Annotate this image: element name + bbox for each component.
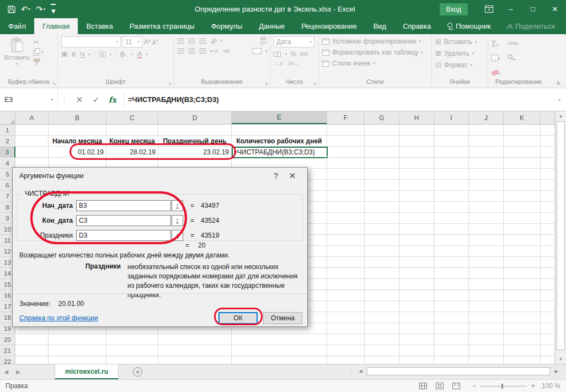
percent-style-icon[interactable]: % bbox=[291, 50, 297, 58]
scroll-left-icon[interactable]: ◀ bbox=[356, 367, 365, 376]
font-color-icon[interactable]: А bbox=[137, 51, 142, 58]
cell-A20[interactable] bbox=[15, 334, 49, 345]
cell-H18[interactable] bbox=[399, 312, 434, 323]
argument-input[interactable]: C3 bbox=[76, 215, 171, 226]
cell-K16[interactable] bbox=[504, 290, 541, 301]
cell-partial-13[interactable] bbox=[541, 257, 555, 268]
cell-F8[interactable] bbox=[327, 202, 365, 213]
zoom-level[interactable]: 100 % bbox=[542, 382, 560, 390]
cell-F11[interactable] bbox=[327, 235, 365, 246]
cell-K15[interactable] bbox=[504, 279, 541, 290]
share-button[interactable]: Поделиться bbox=[507, 18, 566, 34]
cell-H4[interactable] bbox=[399, 158, 434, 169]
grow-font-icon[interactable]: А▴ bbox=[144, 38, 151, 46]
shrink-font-icon[interactable]: А▾ bbox=[152, 39, 158, 46]
cell-H20[interactable] bbox=[399, 334, 434, 345]
cell-partial-1[interactable] bbox=[541, 125, 555, 136]
find-select-button[interactable]: ▾ bbox=[508, 53, 519, 62]
cell-G13[interactable] bbox=[365, 257, 399, 268]
cell-G21[interactable] bbox=[365, 345, 399, 356]
cell-I4[interactable] bbox=[434, 158, 469, 169]
cell-G16[interactable] bbox=[365, 290, 399, 301]
column-header-K[interactable]: K bbox=[504, 111, 541, 124]
column-header-E[interactable]: E bbox=[232, 111, 327, 124]
cell-D3[interactable]: 23.02.19 bbox=[158, 147, 232, 158]
borders-icon[interactable] bbox=[99, 51, 106, 57]
sort-filter-button[interactable]: АЯ▾▾ bbox=[508, 41, 519, 46]
cell-partial-11[interactable] bbox=[541, 235, 555, 246]
cell-J14[interactable] bbox=[469, 268, 504, 279]
cell-partial-9[interactable] bbox=[541, 213, 555, 224]
cell-H5[interactable] bbox=[399, 169, 434, 180]
cell-partial-14[interactable] bbox=[541, 268, 555, 279]
cell-I8[interactable] bbox=[434, 202, 469, 213]
column-header-H[interactable]: H bbox=[399, 111, 434, 124]
cell-H17[interactable] bbox=[399, 301, 434, 312]
cell-D21[interactable] bbox=[158, 345, 232, 356]
cell-G2[interactable] bbox=[365, 136, 399, 147]
cell-I15[interactable] bbox=[434, 279, 469, 290]
decrease-indent-icon[interactable]: ⇤≡ bbox=[210, 48, 218, 54]
cell-F9[interactable] bbox=[327, 213, 365, 224]
paste-button[interactable]: Вставить ▾ bbox=[3, 36, 31, 78]
cell-J7[interactable] bbox=[469, 191, 504, 202]
cell-H21[interactable] bbox=[399, 345, 434, 356]
ribbon-tab-5[interactable]: Данные bbox=[250, 18, 293, 34]
cell-I20[interactable] bbox=[434, 334, 469, 345]
cell-I7[interactable] bbox=[434, 191, 469, 202]
cell-K11[interactable] bbox=[504, 235, 541, 246]
cell-F19[interactable] bbox=[327, 323, 365, 334]
ribbon-tab-1[interactable]: Главная bbox=[34, 18, 78, 34]
cell-K18[interactable] bbox=[504, 312, 541, 323]
cell-H3[interactable] bbox=[399, 147, 434, 158]
cell-F13[interactable] bbox=[327, 257, 365, 268]
row-header-2[interactable]: 2 bbox=[0, 136, 15, 147]
cell-partial-20[interactable] bbox=[541, 334, 555, 345]
cell-E1[interactable] bbox=[232, 125, 327, 136]
signin-button[interactable]: Вход bbox=[440, 3, 468, 15]
cell-K5[interactable] bbox=[504, 169, 541, 180]
orientation-icon[interactable]: ab bbox=[209, 36, 218, 45]
column-header-F[interactable]: F bbox=[327, 111, 365, 124]
column-header-J[interactable]: J bbox=[469, 111, 504, 124]
cell-F1[interactable] bbox=[327, 125, 365, 136]
cell-G1[interactable] bbox=[365, 125, 399, 136]
cell-J10[interactable] bbox=[469, 224, 504, 235]
column-header-partial[interactable] bbox=[541, 111, 555, 124]
cell-G22[interactable] bbox=[365, 356, 399, 364]
cell-A3[interactable] bbox=[15, 147, 49, 158]
argument-input[interactable]: B3 bbox=[76, 200, 171, 211]
cell-E21[interactable] bbox=[232, 345, 327, 356]
cell-F3[interactable] bbox=[327, 147, 365, 158]
expand-formula-bar-icon[interactable]: ˅ bbox=[553, 97, 566, 103]
name-box-dropdown-icon[interactable]: ▾ bbox=[51, 98, 53, 102]
redo-button[interactable]: ↷▾ bbox=[36, 5, 45, 13]
cell-B1[interactable] bbox=[49, 125, 106, 136]
cell-J8[interactable] bbox=[469, 202, 504, 213]
cell-H10[interactable] bbox=[399, 224, 434, 235]
ribbon-tab-4[interactable]: Формулы bbox=[203, 18, 251, 34]
row-header-3[interactable]: 3 bbox=[0, 147, 15, 158]
argument-input[interactable]: D3 bbox=[76, 230, 171, 241]
align-center-icon[interactable] bbox=[188, 49, 195, 53]
cell-H13[interactable] bbox=[399, 257, 434, 268]
cell-G15[interactable] bbox=[365, 279, 399, 290]
cell-F17[interactable] bbox=[327, 301, 365, 312]
cell-K9[interactable] bbox=[504, 213, 541, 224]
cell-K4[interactable] bbox=[504, 158, 541, 169]
collapse-dialog-icon[interactable]: ↑ bbox=[172, 215, 183, 226]
cell-E2[interactable]: Количество рабочих дней bbox=[232, 136, 327, 147]
alignment-dialog-launcher-icon[interactable]: ↘ bbox=[264, 81, 268, 86]
ok-button[interactable]: ОК bbox=[218, 312, 258, 324]
cell-partial-5[interactable] bbox=[541, 169, 555, 180]
cell-G6[interactable] bbox=[365, 180, 399, 191]
cell-D22[interactable] bbox=[158, 356, 232, 364]
cell-H8[interactable] bbox=[399, 202, 434, 213]
scroll-down-icon[interactable]: ▼ bbox=[556, 355, 566, 364]
cell-I11[interactable] bbox=[434, 235, 469, 246]
cell-partial-6[interactable] bbox=[541, 180, 555, 191]
page-break-view-icon[interactable] bbox=[452, 383, 460, 389]
zoom-slider[interactable] bbox=[480, 386, 527, 386]
cell-H15[interactable] bbox=[399, 279, 434, 290]
comma-style-icon[interactable]: 000 bbox=[300, 51, 308, 57]
